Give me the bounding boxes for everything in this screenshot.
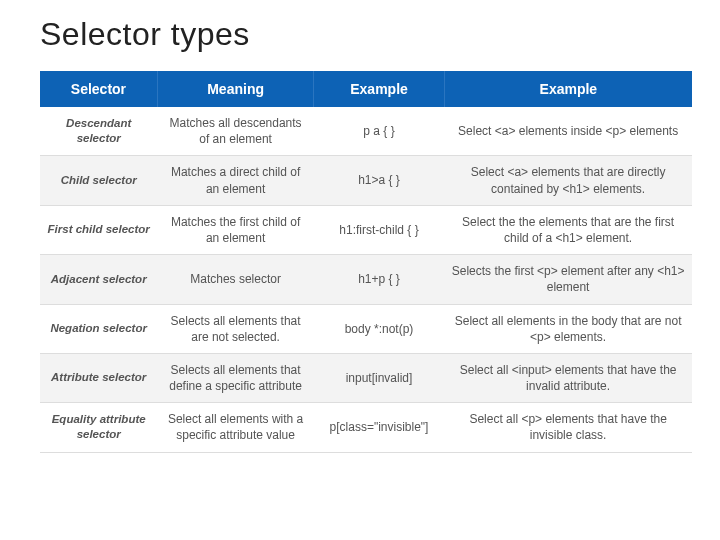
table-body: Descendant selectorMatches all descendan… xyxy=(40,107,692,452)
selector-description: Select all <input> elements that have th… xyxy=(444,353,692,402)
slide-container: Selector types Selector Meaning Example … xyxy=(0,0,720,453)
selector-meaning: Matches selector xyxy=(157,255,313,304)
selector-code: input[invalid] xyxy=(314,353,444,402)
selector-code: p a { } xyxy=(314,107,444,156)
selector-name: Adjacent selector xyxy=(40,255,157,304)
table-header: Selector Meaning Example Example xyxy=(40,71,692,107)
selector-code: h1+p { } xyxy=(314,255,444,304)
table-row: Attribute selectorSelects all elements t… xyxy=(40,353,692,402)
header-meaning: Meaning xyxy=(157,71,313,107)
selector-types-table: Selector Meaning Example Example Descend… xyxy=(40,71,692,453)
header-example: Example xyxy=(314,71,444,107)
slide-title: Selector types xyxy=(40,16,692,53)
selector-name: Attribute selector xyxy=(40,353,157,402)
selector-name: Child selector xyxy=(40,156,157,205)
selector-description: Selects the first <p> element after any … xyxy=(444,255,692,304)
header-example-desc: Example xyxy=(444,71,692,107)
selector-description: Select <a> elements inside <p> elements xyxy=(444,107,692,156)
selector-meaning: Matches all descendants of an element xyxy=(157,107,313,156)
selector-code: h1:first-child { } xyxy=(314,205,444,254)
table-row: Child selectorMatches a direct child of … xyxy=(40,156,692,205)
selector-meaning: Select all elements with a specific attr… xyxy=(157,403,313,452)
selector-code: h1>a { } xyxy=(314,156,444,205)
selector-description: Select all elements in the body that are… xyxy=(444,304,692,353)
header-selector: Selector xyxy=(40,71,157,107)
table-row: Negation selectorSelects all elements th… xyxy=(40,304,692,353)
selector-description: Select all <p> elements that have the in… xyxy=(444,403,692,452)
table-row: Descendant selectorMatches all descendan… xyxy=(40,107,692,156)
table-row: First child selectorMatches the first ch… xyxy=(40,205,692,254)
selector-name: Equality attribute selector xyxy=(40,403,157,452)
selector-meaning: Matches the first child of an element xyxy=(157,205,313,254)
selector-description: Select <a> elements that are directly co… xyxy=(444,156,692,205)
selector-name: Descendant selector xyxy=(40,107,157,156)
selector-meaning: Matches a direct child of an element xyxy=(157,156,313,205)
selector-description: Select the the elements that are the fir… xyxy=(444,205,692,254)
selector-code: p[class="invisible"] xyxy=(314,403,444,452)
table-row: Adjacent selectorMatches selectorh1+p { … xyxy=(40,255,692,304)
selector-code: body *:not(p) xyxy=(314,304,444,353)
selector-meaning: Selects all elements that are not select… xyxy=(157,304,313,353)
table-row: Equality attribute selectorSelect all el… xyxy=(40,403,692,452)
selector-meaning: Selects all elements that define a speci… xyxy=(157,353,313,402)
selector-name: Negation selector xyxy=(40,304,157,353)
selector-name: First child selector xyxy=(40,205,157,254)
